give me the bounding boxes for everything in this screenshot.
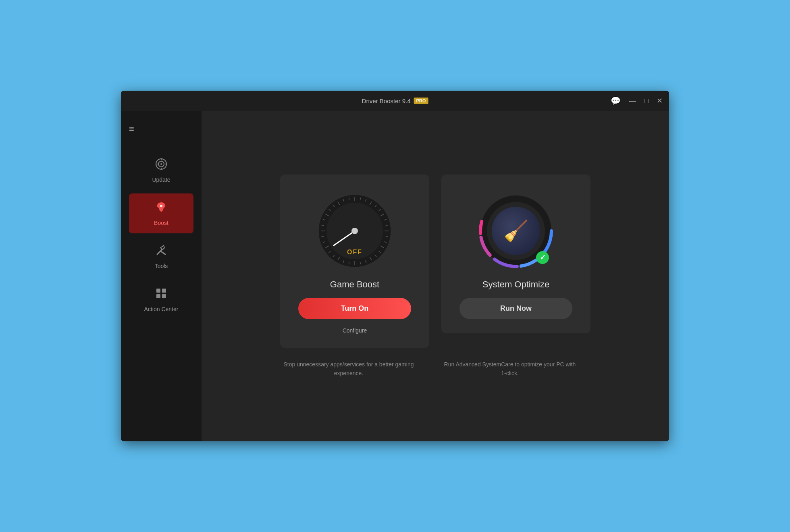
broom-circle: 🧹 <box>492 207 540 255</box>
close-button[interactable]: ✕ <box>657 97 663 104</box>
svg-line-21 <box>386 225 388 225</box>
svg-point-51 <box>351 228 358 234</box>
update-icon <box>155 158 168 173</box>
game-boost-desc-text: Stop unnecessary apps/services for a bet… <box>280 360 417 378</box>
title-bar-controls: 💬 — □ ✕ <box>611 96 663 106</box>
svg-rect-9 <box>162 289 166 293</box>
svg-line-30 <box>360 262 361 264</box>
green-check-icon: ✓ <box>536 251 549 264</box>
gauge-svg: OFF <box>314 191 395 271</box>
svg-text:OFF: OFF <box>347 249 362 256</box>
svg-rect-8 <box>156 289 160 293</box>
descriptions-row: Stop unnecessary apps/services for a bet… <box>280 360 590 378</box>
main-layout: ≡ Update <box>121 111 669 441</box>
content-area: OFF Game Boost Turn On Configure <box>202 111 669 441</box>
cards-row: OFF Game Boost Turn On Configure <box>280 175 590 348</box>
chat-icon[interactable]: 💬 <box>611 96 621 106</box>
svg-line-48 <box>349 197 349 200</box>
svg-rect-10 <box>156 294 160 298</box>
svg-line-23 <box>386 236 388 237</box>
sidebar-item-tools[interactable]: Tools <box>129 237 193 276</box>
sidebar-item-boost[interactable]: Boost <box>129 193 193 233</box>
game-boost-card: OFF Game Boost Turn On Configure <box>280 175 429 348</box>
turn-on-button[interactable]: Turn On <box>298 298 411 319</box>
svg-rect-11 <box>162 294 166 298</box>
sidebar-item-update-label: Update <box>152 177 170 183</box>
minimize-button[interactable]: — <box>629 97 636 104</box>
svg-line-39 <box>321 236 324 237</box>
maximize-button[interactable]: □ <box>644 97 649 104</box>
tools-icon <box>155 244 168 260</box>
hamburger-menu[interactable]: ≡ <box>121 119 202 139</box>
app-title: Driver Booster 9.4 <box>362 98 411 104</box>
run-now-button[interactable]: Run Now <box>459 298 572 319</box>
system-optimize-description: Run Advanced SystemCare to optimize your… <box>441 360 590 378</box>
boost-icon <box>155 201 168 216</box>
sidebar: ≡ Update <box>121 111 202 441</box>
sidebar-item-action-center[interactable]: Action Center <box>129 280 193 320</box>
system-optimize-title: System Optimize <box>482 279 549 290</box>
svg-point-7 <box>160 205 162 207</box>
main-window: Driver Booster 9.4 PRO 💬 — □ ✕ ≡ <box>121 91 669 441</box>
svg-point-2 <box>160 163 162 165</box>
sidebar-item-boost-label: Boost <box>154 220 168 226</box>
svg-line-41 <box>321 225 324 225</box>
sidebar-item-tools-label: Tools <box>155 263 168 269</box>
svg-line-14 <box>360 197 361 200</box>
title-bar: Driver Booster 9.4 PRO 💬 — □ ✕ <box>121 91 669 111</box>
optimize-icon-container: 🧹 ✓ <box>476 191 556 271</box>
system-optimize-card: 🧹 ✓ System Optimize Run Now <box>441 175 590 333</box>
game-boost-description: Stop unnecessary apps/services for a bet… <box>280 360 429 378</box>
configure-link[interactable]: Configure <box>343 327 367 334</box>
sidebar-item-action-center-label: Action Center <box>144 306 179 312</box>
gauge-container: OFF <box>314 191 395 271</box>
title-bar-center: Driver Booster 9.4 PRO <box>362 98 428 104</box>
svg-line-32 <box>349 262 349 264</box>
pro-badge: PRO <box>414 98 428 104</box>
system-optimize-desc-text: Run Advanced SystemCare to optimize your… <box>441 360 578 378</box>
sidebar-item-update[interactable]: Update <box>129 150 193 190</box>
broom-icon: 🧹 <box>503 219 528 243</box>
game-boost-title: Game Boost <box>330 279 379 290</box>
action-center-icon <box>155 287 168 303</box>
